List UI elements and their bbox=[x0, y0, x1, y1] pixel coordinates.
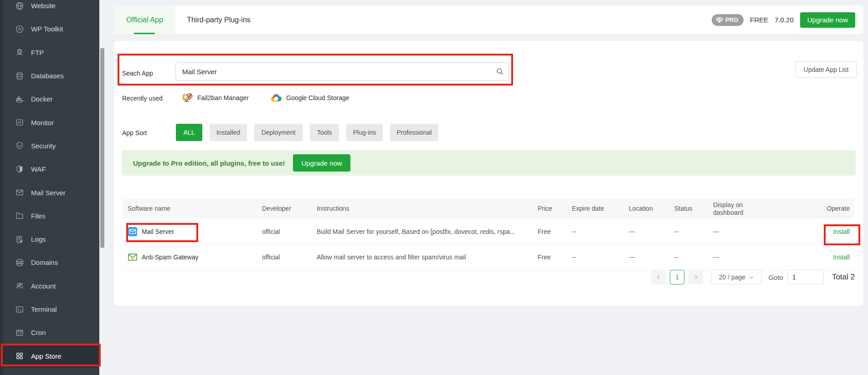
recent-app-label: Google Cloud Storage bbox=[286, 94, 349, 101]
sidebar-item-monitor[interactable]: Monitor bbox=[0, 111, 99, 134]
col-expire-date: Expire date bbox=[567, 199, 624, 219]
sidebar-scrollbar-thumb[interactable] bbox=[100, 48, 104, 248]
database-icon bbox=[15, 71, 24, 81]
software-name: Mail Server bbox=[142, 228, 174, 235]
expire-date-cell: -- bbox=[567, 219, 624, 244]
wordpress-icon: W bbox=[15, 25, 24, 34]
monitor-icon bbox=[15, 118, 24, 127]
upgrade-now-button[interactable]: Upgrade now bbox=[800, 12, 855, 28]
globe-icon bbox=[15, 1, 24, 10]
sidebar-item-databases[interactable]: Databases bbox=[0, 64, 99, 87]
app-store-panel: Seach App Update App List Recently used … bbox=[114, 41, 863, 306]
sidebar-item-label: WP Toolkit bbox=[31, 25, 63, 33]
per-page-select[interactable]: 20 / page bbox=[711, 270, 762, 284]
sidebar-item-label: Docker bbox=[31, 95, 53, 103]
banner-text: Upgrade to Pro edition, all plugins, fre… bbox=[133, 159, 285, 167]
sidebar-item-wp-toolkit[interactable]: W WP Toolkit bbox=[0, 17, 99, 41]
shield-icon bbox=[15, 165, 24, 174]
sort-button-tools[interactable]: Tools bbox=[310, 124, 339, 141]
recent-app-label: Fail2ban Manager bbox=[197, 94, 249, 101]
envelope-icon bbox=[15, 188, 24, 197]
version-label: 7.0.20 bbox=[775, 16, 794, 24]
tab-label: Third-party Plug-ins bbox=[187, 16, 251, 24]
pagination: 1 20 / page Goto Total 2 bbox=[651, 270, 855, 284]
table-header-row: Software name Developer Instructions Pri… bbox=[123, 199, 854, 219]
location-cell: --- bbox=[624, 244, 670, 270]
software-name-cell: Anti-Spam Gateway bbox=[128, 252, 253, 262]
page-number-button[interactable]: 1 bbox=[670, 270, 684, 284]
chevron-right-icon bbox=[693, 274, 699, 280]
sidebar-item-docker[interactable]: Docker bbox=[0, 87, 99, 111]
banner-upgrade-button[interactable]: Upgrade now bbox=[293, 154, 350, 172]
sort-button-deployment[interactable]: Deployment bbox=[254, 124, 303, 141]
per-page-value: 20 / page bbox=[719, 274, 745, 281]
sidebar-item-cron[interactable]: Cron bbox=[0, 321, 99, 344]
update-app-list-button[interactable]: Update App List bbox=[795, 61, 857, 78]
apps-table: Software name Developer Instructions Pri… bbox=[123, 199, 854, 270]
sidebar-item-logs[interactable]: Logs bbox=[0, 228, 99, 251]
total-count: Total 2 bbox=[832, 273, 855, 282]
expire-date-cell: -- bbox=[567, 244, 624, 270]
prev-page-button[interactable] bbox=[651, 270, 666, 284]
sort-button-professional[interactable]: Professional bbox=[390, 124, 438, 141]
sort-button-installed[interactable]: Installed bbox=[210, 124, 247, 141]
instructions-cell: Build Mail Server for yourself, Based on… bbox=[312, 219, 533, 244]
sort-button-all[interactable]: ALL bbox=[176, 124, 202, 141]
users-icon bbox=[15, 281, 24, 290]
recently-used-label: Recently used bbox=[122, 95, 163, 102]
sidebar-item-website[interactable]: Website bbox=[0, 0, 99, 17]
sidebar-item-label: Website bbox=[31, 2, 56, 10]
sidebar-item-label: Domains bbox=[31, 258, 58, 266]
pro-upgrade-banner: Upgrade to Pro edition, all plugins, fre… bbox=[122, 150, 856, 176]
sidebar-item-files[interactable]: Files bbox=[0, 204, 99, 228]
sidebar-item-account[interactable]: Account bbox=[0, 274, 99, 298]
svg-text:W: W bbox=[18, 27, 21, 31]
install-link-anti-spam-gateway[interactable]: Install bbox=[833, 253, 850, 261]
goto-page-input[interactable] bbox=[787, 270, 824, 284]
tab-third-party-plugins[interactable]: Third-party Plug-ins bbox=[175, 5, 262, 34]
next-page-button[interactable] bbox=[688, 270, 703, 284]
sidebar-item-waf[interactable]: WAF bbox=[0, 157, 99, 181]
www-globe-icon: www bbox=[15, 258, 24, 267]
fail2ban-icon bbox=[182, 92, 193, 103]
display-cell: --- bbox=[709, 244, 772, 270]
sidebar-item-security[interactable]: Security bbox=[0, 134, 99, 157]
col-price: Price bbox=[533, 199, 567, 219]
price-cell: Free bbox=[533, 244, 567, 270]
col-operate: Operate bbox=[772, 199, 854, 219]
developer-cell: official bbox=[257, 219, 312, 244]
col-status: Status bbox=[670, 199, 709, 219]
app-store-tabbar: Official App Third-party Plug-ins PRO FR… bbox=[114, 5, 863, 34]
sidebar-item-label: Security bbox=[31, 142, 56, 150]
anti-spam-app-icon bbox=[128, 252, 138, 262]
plan-label: FREE bbox=[750, 16, 768, 24]
sidebar-item-domains[interactable]: www Domains bbox=[0, 251, 99, 274]
log-file-icon bbox=[15, 235, 24, 244]
svg-text:www: www bbox=[17, 262, 22, 264]
sidebar-item-label: Monitor bbox=[31, 119, 54, 127]
price-cell: Free bbox=[533, 219, 567, 244]
chevron-down-icon bbox=[749, 275, 754, 280]
goto-label: Goto bbox=[768, 274, 783, 281]
search-icon[interactable] bbox=[496, 67, 504, 76]
sort-button-plugins[interactable]: Plug-ins bbox=[346, 124, 383, 141]
sidebar-item-label: App Store bbox=[31, 352, 62, 360]
terminal-icon bbox=[15, 305, 24, 314]
app-grid-icon bbox=[15, 351, 24, 360]
sidebar-item-app-store[interactable]: App Store bbox=[0, 344, 99, 367]
install-link-mail-server[interactable]: Install bbox=[833, 228, 850, 235]
recent-app-fail2ban[interactable]: Fail2ban Manager bbox=[182, 92, 249, 104]
search-app-label: Seach App bbox=[122, 70, 153, 77]
sidebar-item-ftp[interactable]: FTP bbox=[0, 41, 99, 64]
search-input[interactable] bbox=[175, 62, 509, 81]
calendar-icon bbox=[15, 328, 24, 337]
sidebar-item-terminal[interactable]: Terminal bbox=[0, 298, 99, 321]
tab-official-app[interactable]: Official App bbox=[114, 5, 175, 34]
docker-icon bbox=[15, 95, 24, 104]
table-row-anti-spam-gateway: Anti-Spam Gateway official Allow mail se… bbox=[123, 244, 854, 270]
mail-server-app-icon bbox=[128, 227, 138, 237]
recent-app-google-cloud-storage[interactable]: Google Cloud Storage bbox=[270, 92, 349, 104]
sidebar-item-mail-server[interactable]: Mail Server bbox=[0, 181, 99, 204]
sidebar-item-partial[interactable] bbox=[0, 368, 99, 375]
col-developer: Developer bbox=[257, 199, 312, 219]
